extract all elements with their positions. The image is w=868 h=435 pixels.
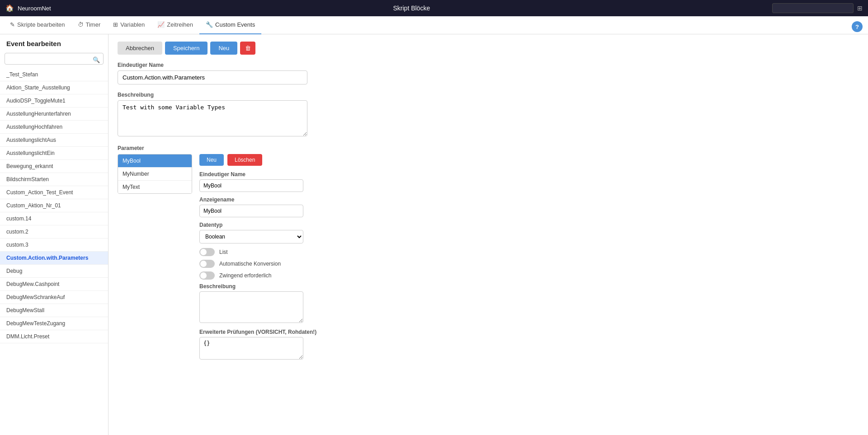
tab-customevents-label: Custom Events [215,21,255,28]
sidebar-item[interactable]: Custom.Action.with.Parameters [0,252,108,265]
sidebar-item[interactable]: Aktion_Starte_Ausstellung [0,81,108,94]
timer-icon: ⏱ [78,21,84,28]
param-list-item[interactable]: MyBool [118,154,192,168]
unique-name-input[interactable] [118,70,307,84]
cancel-button[interactable]: Abbrechen [118,42,162,55]
param-list-item[interactable]: MyText [118,181,192,193]
sidebar-item[interactable]: _Test_Stefan [0,68,108,81]
delete-button[interactable]: 🗑 [240,42,255,55]
app-name: NeuroomNet [18,5,51,12]
sidebar: Event bearbeiten 🔍 _Test_StefanAktion_St… [0,34,108,435]
param-list: MyBoolMyNumberMyText [118,154,192,194]
sidebar-item[interactable]: DebugMewStall [0,304,108,317]
variablen-icon: ⊞ [113,21,118,28]
param-auto-convert-label: Automatische Konversion [219,261,281,267]
sidebar-item[interactable]: DebugMew.Cashpoint [0,278,108,291]
param-list-column: MyBoolMyNumberMyText [118,154,192,194]
sidebar-item[interactable]: AusstellungslichtAus [0,134,108,147]
param-required-label: Zwingend erforderlich [219,272,271,279]
param-display-name-input[interactable] [199,205,303,217]
description-label: Beschreibung [118,92,859,98]
parameter-label: Parameter [118,145,859,151]
param-new-button[interactable]: Neu [199,154,224,166]
topbar-left: 🏠 NeuroomNet [5,4,51,12]
sidebar-item[interactable]: custom.2 [0,225,108,239]
erweiterte-textarea[interactable] [199,337,303,360]
param-description-textarea[interactable] [199,291,303,323]
sidebar-item[interactable]: Custom_Aktion_Nr_01 [0,199,108,212]
param-layout: MyBoolMyNumberMyText Neu Löschen Eindeut… [118,154,859,361]
param-list-label: List [219,249,228,255]
action-toolbar: Abbrechen Speichern Neu 🗑 [118,42,859,55]
sidebar-item[interactable]: AusstellungHochfahren [0,121,108,134]
param-auto-convert-toggle[interactable] [199,260,215,268]
tab-timer[interactable]: ⏱ Timer [71,16,107,34]
parameter-section: Parameter MyBoolMyNumberMyText Neu Lösch… [118,145,859,361]
param-detail-form: Eindeutiger Name Anzeigename Datentyp [199,171,859,361]
param-description-row: Beschreibung [199,283,859,324]
param-list-item[interactable]: MyNumber [118,168,192,181]
topbar-grid-icon: ⊞ [857,5,863,12]
sidebar-item[interactable]: Custom_Action_Test_Event [0,186,108,199]
param-description-label: Beschreibung [199,283,859,290]
param-delete-button[interactable]: Löschen [227,154,262,166]
topbar-right: ⊞ [772,3,863,13]
skripte-icon: ✎ [10,21,15,28]
sidebar-item[interactable]: DebugMewTesteZugang [0,317,108,330]
description-section: Beschreibung [118,92,859,138]
tab-timer-label: Timer [86,21,101,28]
erweiterte-label: Erweiterte Prüfungen (VORSICHT, Rohdaten… [199,329,859,335]
sidebar-item[interactable]: custom.14 [0,212,108,225]
tab-customevents[interactable]: 🔧 Custom Events [199,16,261,34]
description-textarea[interactable] [118,100,307,136]
param-required-toggle[interactable] [199,271,215,280]
sidebar-item[interactable]: DMM.Licht.Preset [0,330,108,343]
param-datatype-row: Datentyp Boolean Number String Integer [199,222,859,243]
param-auto-convert-toggle-row: Automatische Konversion [199,260,859,268]
nav-tabs: ✎ Skripte bearbeiten ⏱ Timer ⊞ Variablen… [0,16,868,34]
param-datatype-select[interactable]: Boolean Number String Integer [199,230,303,243]
sidebar-item[interactable]: AusstellungHerunterfahren [0,108,108,121]
sidebar-list: _Test_StefanAktion_Starte_AusstellungAud… [0,68,108,435]
delete-icon: 🗑 [245,45,251,51]
save-button[interactable]: Speichern [165,42,208,55]
sidebar-item[interactable]: AusstellungslichtEin [0,147,108,160]
tab-zeitreihen[interactable]: 📈 Zeitreihen [151,16,199,34]
tab-zeitreihen-label: Zeitreihen [167,21,193,28]
sidebar-item[interactable]: AudioDSP_ToggleMute1 [0,94,108,108]
app-logo-icon: 🏠 [5,4,14,12]
zeitreihen-icon: 📈 [157,21,165,28]
erweiterte-section: Erweiterte Prüfungen (VORSICHT, Rohdaten… [199,329,859,361]
topbar-search-input[interactable] [772,3,854,13]
topbar: 🏠 NeuroomNet Skript Blöcke ⊞ [0,0,868,16]
sidebar-item[interactable]: Bewegung_erkannt [0,160,108,173]
new-button[interactable]: Neu [210,42,237,55]
topbar-title: Skript Blöcke [393,5,430,12]
sidebar-title: Event bearbeiten [0,34,108,51]
sidebar-item[interactable]: DebugMewSchrankeAuf [0,291,108,304]
sidebar-item[interactable]: custom.3 [0,239,108,252]
param-detail-toolbar: Neu Löschen [199,154,859,166]
param-list-toggle-row: List [199,248,859,256]
param-unique-name-input[interactable] [199,179,303,192]
tab-skripte[interactable]: ✎ Skripte bearbeiten [4,16,71,34]
param-list-toggle[interactable] [199,248,215,256]
main-layout: Event bearbeiten 🔍 _Test_StefanAktion_St… [0,34,868,435]
param-display-name-row: Anzeigename [199,196,859,217]
param-datatype-label: Datentyp [199,222,859,228]
content-area: Abbrechen Speichern Neu 🗑 Eindeutiger Na… [108,34,868,435]
sidebar-search-container: 🔍 [0,51,108,68]
help-button[interactable]: ? [852,21,863,32]
tab-variablen-label: Variablen [120,21,145,28]
unique-name-label: Eindeutiger Name [118,62,859,68]
sidebar-item[interactable]: BildschirmStarten [0,173,108,186]
sidebar-search-input[interactable] [5,53,104,65]
search-icon: 🔍 [93,56,100,63]
tab-skripte-label: Skripte bearbeiten [17,21,65,28]
param-display-name-label: Anzeigename [199,196,859,203]
tab-variablen[interactable]: ⊞ Variablen [107,16,151,34]
customevents-icon: 🔧 [206,21,213,28]
param-detail-column: Neu Löschen Eindeutiger Name Anzeigename [199,154,859,361]
param-unique-name-row: Eindeutiger Name [199,171,859,192]
sidebar-item[interactable]: Debug [0,265,108,278]
